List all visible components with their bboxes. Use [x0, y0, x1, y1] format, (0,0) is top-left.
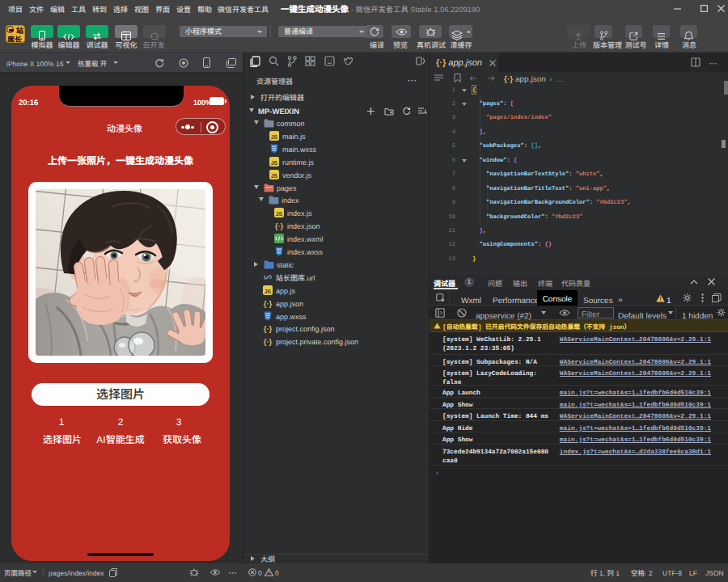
- svg-text:{·}: {·}: [264, 298, 273, 308]
- svg-text:JS: JS: [271, 158, 278, 167]
- svg-text:{·}: {·}: [264, 323, 273, 333]
- svg-text:JS: JS: [265, 287, 272, 295]
- svg-text:JS: JS: [271, 171, 278, 179]
- svg-text:JS: JS: [276, 210, 283, 218]
- svg-text:JS: JS: [271, 133, 278, 141]
- svg-text:!: !: [659, 295, 661, 302]
- svg-text:{·}: {·}: [275, 221, 284, 230]
- svg-text:{·}: {·}: [264, 336, 273, 346]
